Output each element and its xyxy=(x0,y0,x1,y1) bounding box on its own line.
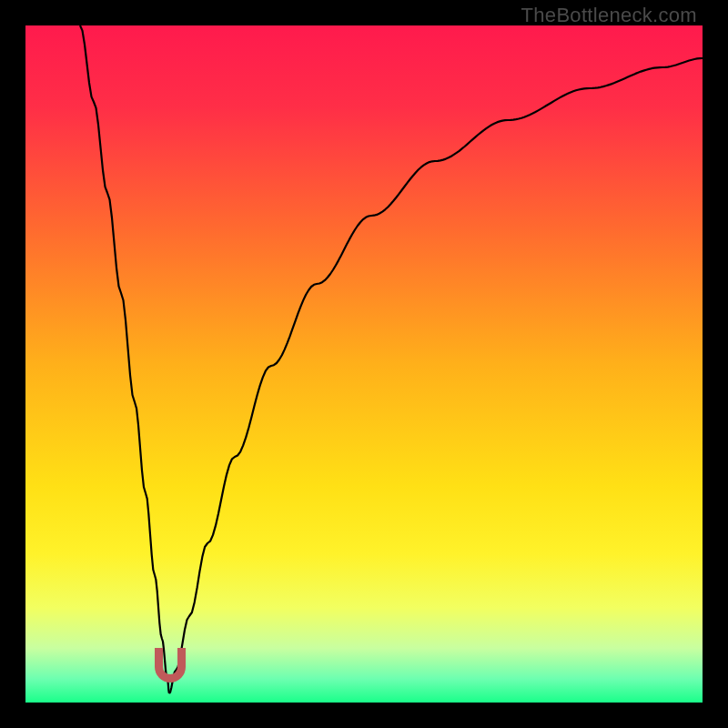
watermark-text: TheBottleneck.com xyxy=(521,4,697,27)
bottleneck-curve xyxy=(25,25,703,703)
optimum-marker xyxy=(155,648,186,682)
plot-frame xyxy=(25,25,703,703)
